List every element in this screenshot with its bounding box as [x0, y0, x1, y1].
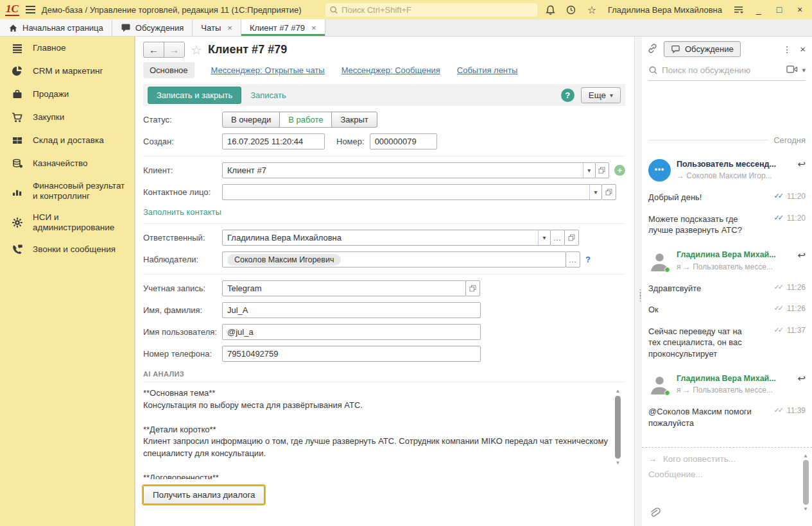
- favorites-star-icon[interactable]: ☆: [585, 3, 599, 17]
- chat-message[interactable]: @Соколов Максим помоги пожалуйста ✓✓11:3…: [648, 406, 806, 428]
- nav-messages[interactable]: Мессенджер: Сообщения: [341, 65, 440, 75]
- username-field[interactable]: @jul_a: [222, 324, 481, 340]
- briefcase-icon: [11, 89, 23, 100]
- tab-chats[interactable]: Чаты ×: [193, 19, 241, 36]
- chat-message[interactable]: Сейчас переведу чат на тех специалиста, …: [648, 326, 806, 360]
- discussion-search[interactable]: ▾: [648, 65, 806, 81]
- sidebar-item-warehouse[interactable]: Склад и доставка: [0, 129, 134, 152]
- avatar[interactable]: [648, 373, 671, 396]
- video-call-icon[interactable]: [786, 65, 798, 76]
- phone-field[interactable]: 79510492759: [222, 346, 481, 362]
- maximize-button[interactable]: □: [772, 4, 786, 15]
- tab-discussions[interactable]: Обсуждения: [112, 19, 193, 36]
- chat-message[interactable]: Можете подсказать где лучше развернуть А…: [648, 214, 806, 236]
- pick-responsible-icon[interactable]: ...: [550, 230, 565, 246]
- status-inwork-button[interactable]: В работе: [279, 112, 332, 128]
- created-field[interactable]: 16.07.2025 11:20:44: [222, 133, 325, 149]
- discussion-toggle-button[interactable]: Обсуждение: [664, 41, 741, 57]
- sidebar-item-treasury[interactable]: Казначейство: [0, 152, 134, 175]
- get-analysis-button[interactable]: Получить анализ диалога: [143, 486, 264, 504]
- scroll-up-icon[interactable]: ▲: [802, 453, 809, 459]
- avatar[interactable]: •••: [648, 159, 671, 182]
- message-author[interactable]: Гладилина Вера Михай...: [677, 374, 776, 383]
- chevron-down-icon[interactable]: ▾: [589, 185, 601, 199]
- sidebar-item-nsi-admin[interactable]: НСИ и администрирование: [0, 207, 134, 238]
- main-menu-icon[interactable]: [26, 4, 35, 15]
- close-panel-icon[interactable]: ×: [800, 44, 806, 55]
- responsible-field[interactable]: Гладилина Вера Михайловна ▾: [222, 230, 551, 246]
- save-button[interactable]: Записать: [250, 90, 286, 100]
- reply-icon[interactable]: ↩: [797, 373, 806, 383]
- nav-open-chats[interactable]: Мессенджер: Открытые чаты: [211, 65, 325, 75]
- discussion-search-input[interactable]: [662, 65, 782, 75]
- reply-icon[interactable]: ↩: [797, 159, 806, 169]
- open-responsible-icon[interactable]: [564, 230, 579, 246]
- close-tab-icon[interactable]: ×: [311, 23, 316, 33]
- chat-message[interactable]: Здравтсвуйте ✓✓11:26: [648, 283, 806, 294]
- chevron-down-icon[interactable]: ▾: [538, 230, 550, 245]
- contact-field[interactable]: ▾: [222, 184, 602, 200]
- client-field[interactable]: Клиент #7 ▾: [222, 162, 596, 178]
- watchers-field[interactable]: Соколов Максим Игоревич: [222, 251, 566, 267]
- chat-message[interactable]: Добрый день! ✓✓11:20: [648, 192, 806, 203]
- open-contact-icon[interactable]: [601, 184, 616, 200]
- sidebar-item-finance[interactable]: Финансовый результат и контроллинг: [0, 175, 134, 207]
- message-author[interactable]: Гладилина Вера Михай...: [677, 250, 776, 259]
- chat-message[interactable]: Ок ✓✓11:26: [648, 304, 806, 316]
- message-author[interactable]: Пользователь мессенд...: [677, 160, 776, 169]
- nav-main[interactable]: Основное: [143, 62, 194, 78]
- history-icon[interactable]: [564, 3, 578, 17]
- watcher-tag[interactable]: Соколов Максим Игоревич: [227, 254, 341, 266]
- chevron-down-icon[interactable]: ▾: [583, 163, 595, 178]
- fill-contacts-link[interactable]: Заполнить контакты: [143, 207, 221, 217]
- composer-scrollbar[interactable]: ▲ ▼: [802, 453, 809, 521]
- tab-home[interactable]: Начальная страница: [0, 19, 112, 36]
- notify-input[interactable]: [663, 454, 797, 464]
- pick-watchers-icon[interactable]: ...: [566, 251, 580, 267]
- account-field[interactable]: Telegram: [222, 280, 466, 296]
- scroll-thumb[interactable]: [615, 396, 621, 459]
- close-window-button[interactable]: ×: [793, 4, 807, 15]
- minimize-button[interactable]: _: [752, 4, 766, 15]
- scroll-down-icon[interactable]: ▼: [614, 461, 621, 466]
- nav-feed-events[interactable]: События ленты: [457, 65, 518, 75]
- link-icon[interactable]: [647, 43, 658, 56]
- avatar[interactable]: [648, 250, 671, 273]
- reply-icon[interactable]: ↩: [797, 250, 806, 260]
- sidebar-item-calls-messages[interactable]: Звонки и сообщения: [0, 238, 134, 261]
- number-field[interactable]: 000000079: [370, 133, 437, 149]
- forward-button[interactable]: →: [164, 42, 185, 58]
- panel-menu-icon[interactable]: ⋮: [782, 44, 791, 55]
- fullname-field[interactable]: Jul_A: [222, 302, 481, 318]
- save-and-close-button[interactable]: Записать и закрыть: [148, 87, 241, 104]
- panel-splitter[interactable]: ⋮⋮⋮: [634, 37, 642, 526]
- scroll-thumb[interactable]: [803, 460, 809, 505]
- scroll-up-icon[interactable]: ▲: [614, 389, 621, 394]
- service-menu-icon[interactable]: [731, 3, 745, 17]
- status-closed-button[interactable]: Закрыт: [331, 112, 377, 128]
- messenger-avatar-icon: •••: [648, 159, 671, 182]
- message-input[interactable]: [648, 470, 797, 479]
- open-client-icon[interactable]: [595, 162, 610, 178]
- chevron-down-icon[interactable]: ▾: [802, 66, 806, 74]
- back-button[interactable]: ←: [143, 42, 164, 58]
- favorite-star-icon[interactable]: ☆: [191, 42, 202, 58]
- global-search[interactable]: [325, 3, 537, 17]
- scroll-down-icon[interactable]: ▼: [802, 506, 809, 512]
- sidebar-item-crm[interactable]: CRM и маркетинг: [0, 60, 134, 83]
- global-search-input[interactable]: [341, 5, 533, 15]
- status-queued-button[interactable]: В очереди: [222, 112, 280, 128]
- open-account-icon[interactable]: [465, 280, 480, 296]
- help-icon[interactable]: ?: [561, 89, 574, 102]
- notifications-bell-icon[interactable]: [544, 3, 558, 17]
- tab-client-7-79[interactable]: Клиент #7 #79 ×: [241, 19, 325, 36]
- watchers-help-icon[interactable]: ?: [585, 255, 591, 264]
- close-tab-icon[interactable]: ×: [227, 23, 232, 33]
- more-button[interactable]: Еще ▾: [581, 87, 621, 103]
- add-client-icon[interactable]: +: [614, 165, 625, 176]
- ai-scrollbar[interactable]: ▲ ▼: [614, 389, 621, 475]
- sidebar-item-purchases[interactable]: Закупки: [0, 106, 134, 129]
- sidebar-item-main[interactable]: Главное: [0, 37, 134, 60]
- sidebar-item-sales[interactable]: Продажи: [0, 83, 134, 106]
- attach-paperclip-icon[interactable]: [648, 507, 661, 521]
